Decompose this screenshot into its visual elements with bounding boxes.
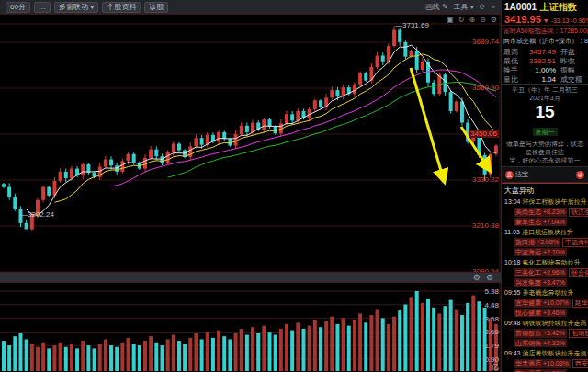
stock-chip-row: 宜华健康 +10.07%延华智能 [514,299,588,308]
a50-futures-ticker[interactable]: 富时A50期指连续：17285.00(-1.29%) [502,26,588,37]
feed-item[interactable]: 09:55养老概念异动拉升宜华健康 +10.07%延华智能悦心健康 +3.46% [504,288,588,317]
feed-time: 11:03 [504,229,520,235]
divider-gear-icons: ⚙⚙ [473,273,493,283]
market-turnover: 两市成交额（沪市+深市）：8070亿 [502,37,588,47]
main-chart-svg: —3731.69—3202.24 [0,15,501,272]
stock-info-button[interactable]: 个股资料 [102,2,141,13]
stock-name: 上证指数 [540,1,577,14]
expand-more-icon[interactable]: » [492,3,495,11]
calendar-month: 2021年3月 [502,94,588,102]
chart-settings-icon[interactable]: ⚙ [491,16,497,25]
volume-settings-icon[interactable]: ⚙ [473,273,481,283]
stock-chip[interactable]: 蒙草生态 +7.04% [514,218,567,226]
feed-title: 酒店餐饮板块拉升走强 [523,349,587,358]
reload-chart-icon[interactable]: ↻ [458,16,465,25]
pane-divider[interactable]: ⚙⚙ [0,272,501,283]
stock-chip-row: 美尚生态 +8.23%铁汉生态 [514,208,588,217]
feed-time: 09:48 [504,320,521,326]
quote-stats-table: 最高3457.49开盘最低3392.51昨收换手1.00%振幅量比1.04成交额 [502,47,588,84]
volume-axis-label: 1.79 [484,342,499,350]
panel-layout-icon[interactable]: ▣ [447,16,454,25]
stock-chip-row: 山东钢铁 +4.32% [514,339,588,347]
stock-chip-row: 悦心健康 +3.46% [514,309,588,317]
top-toolbar: 60分…多窗联动 ▾个股资料诊股 画线 ✎工具 ▾⟳» [0,0,501,15]
last-price: 3419.95 [504,14,541,25]
market-moves-header[interactable]: 大盘异动 [502,183,588,197]
more-periods-button[interactable]: … [34,2,51,13]
stock-chip[interactable]: 盐田港 +3.08% [514,238,560,247]
stock-chip-row: 三美化工 +2.96%联合化工 [514,268,588,277]
chart-corner-icons: ▣↻⊕⊖⚙ [447,16,497,25]
feed-title: 环保工程板块午后拉升 [523,197,587,207]
svg-text:—3202.24: —3202.24 [20,210,54,219]
tools-button[interactable]: 工具 ▾ [454,2,474,12]
stat-value: 1.00% [520,66,560,74]
stock-chip[interactable]: 兴发集团 +3.47% [514,278,567,287]
stat-value: 3457.49 [520,48,560,56]
feed-title: 港口航运板块拉升 [522,228,573,237]
volume-axis-label: 4.48 [484,301,499,310]
svg-text:—3731.69: —3731.69 [395,21,429,29]
stock-chip[interactable]: 悦心健康 +3.46% [514,309,567,317]
feed-item[interactable]: 11:03港口航运板块拉升盐田港 +3.08%中远海特宁波海运 +2.70% [504,228,588,256]
stock-chip-row: 盐田港 +3.08%中远海特 [514,238,588,247]
stock-chip-row: 宁波海运 +2.70% [514,248,588,256]
feed-title: 氟化工板块异动拉升 [523,258,581,267]
feed-title: 钢铁板块持续拉升走高 [523,319,587,328]
price-change: ▼ -33.13 -0.96% [543,17,588,24]
stock-chip[interactable]: 延华智能 [572,299,588,308]
feed-time: 13:04 [504,198,521,205]
live-tab[interactable]: 直法宝 [505,170,528,179]
volume-axis-label: 5.38 [484,287,499,296]
volume-axis-label: 2.69 [484,328,499,336]
feed-title: 养老概念异动拉升 [523,288,574,298]
draw-line-button[interactable]: 画线 ✎ [425,2,448,12]
lunar-date: 辛丑（牛）年 二月初三 [502,85,588,94]
feed-item[interactable]: 09:48钢铁板块持续拉升走高首钢股份 +3.42%包钢股份山东钢铁 +4.32… [504,319,588,347]
feed-item[interactable]: 13:04环保工程板块午后拉升美尚生态 +8.23%铁汉生态蒙草生态 +7.04… [504,197,588,226]
stock-chip[interactable]: 中远海特 [562,238,588,247]
feed-time: 09:55 [504,289,521,296]
feed-item-head: 13:04环保工程板块午后拉升 [504,197,588,207]
feed-item[interactable]: 10:18氟化工板块异动拉升三美化工 +2.96%联合化工兴发集团 +3.47% [504,258,588,287]
stock-chip[interactable]: 美尚生态 +8.23% [514,208,567,217]
feed-item-head: 10:18氟化工板块异动拉升 [504,258,588,267]
stock-chip[interactable]: 山东钢铁 +4.32% [514,339,567,347]
diagnose-tab-dot-icon: 诊 [576,171,584,179]
stock-chip[interactable]: 三美化工 +2.96% [514,268,567,277]
diagnose-stock-button[interactable]: 诊股 [144,2,168,13]
zoom-out-icon[interactable]: ⊖ [480,16,486,25]
motto-line-1: 做单是与大势的博弈，状态是操盘最佳法 [503,140,586,156]
stats-row: 量比1.04成交额 [503,74,586,84]
price-axis-label: 3210.38 [472,221,499,230]
stock-chip[interactable]: 西安饮食 [572,359,588,368]
diagnose-tab[interactable]: 诊 [576,171,584,179]
feed-item-head: 09:48钢铁板块持续拉升走高 [504,319,588,328]
price-axis-label: 3330.22 [472,175,499,184]
quote-header[interactable]: 1A0001 上证指数 3419.95 ▼ -33.13 -0.96% [502,0,588,26]
stock-chip[interactable]: 首钢股份 +3.42% [514,329,567,338]
zoom-in-icon[interactable]: ⊕ [469,16,475,25]
stock-chip-row: 首钢股份 +3.42%包钢股份 [514,329,588,338]
stats-row: 最低3392.51昨收 [503,56,586,65]
toolbar-left-buttons: 60分…多窗联动 ▾个股资料诊股 [6,2,168,13]
price-axis-label: 3450.06 [469,130,499,138]
stat-value: 1.04 [520,75,560,84]
indicator-settings-icon[interactable]: ⚙ [486,273,493,283]
market-moves-feed: 13:04环保工程板块午后拉升美尚生态 +8.23%铁汉生态蒙草生态 +7.04… [502,197,588,372]
multi-window-link-button[interactable]: 多窗联动 ▾ [54,2,98,13]
period-60min-button[interactable]: 60分 [6,2,30,13]
stock-chip[interactable]: 铁汉生态 [569,208,588,217]
stock-chip[interactable]: 联合化工 [569,268,588,277]
feed-item-head: 09:55养老概念异动拉升 [504,288,588,298]
stock-chip[interactable]: 包钢股份 [569,329,588,338]
stock-chip[interactable]: 宜华健康 +10.07% [514,299,571,308]
stock-chip[interactable]: 华天酒店 +10.03% [514,359,571,368]
weekday-badge: 星期一 [533,128,558,136]
refresh-icon[interactable]: ⟳ [480,3,486,11]
feed-item[interactable]: 09:43酒店餐饮板块拉升走强华天酒店 +10.03%西安饮食首旅酒店 +1.2… [504,349,588,372]
candlestick-chart-canvas[interactable]: ▣↻⊕⊖⚙ —3731.69—3202.243689.743569.903450… [0,15,501,272]
stock-chip[interactable]: 宁波海运 +2.70% [514,248,567,256]
volume-chart-canvas[interactable]: 5.384.483.582.691.790.90亿 [0,283,501,372]
sidebar-tabs: 直法宝诊 [502,166,588,183]
